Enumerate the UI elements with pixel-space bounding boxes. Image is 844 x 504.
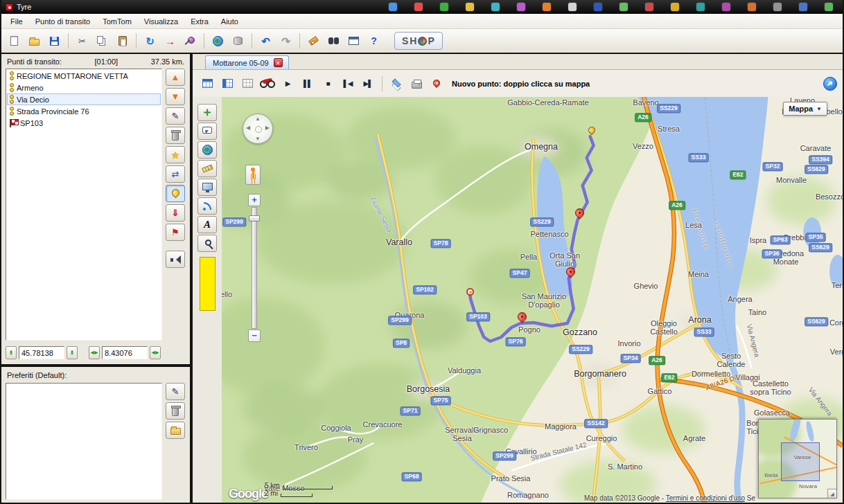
terms-link[interactable]: Termini e condizioni d'uso [666,494,745,502]
move-down-button[interactable]: ▼ [166,88,185,105]
tab-mottarone[interactable]: Mottarone 05-09 ✕ [205,55,289,69]
menu-extra[interactable]: Extra [184,15,215,28]
play-button[interactable]: ▶ [279,75,297,92]
edit-favorite-button[interactable]: ✎ [166,383,185,400]
end-flag-button[interactable]: ⚑ [166,224,185,241]
menu-aiuto[interactable]: Aiuto [215,15,245,28]
refresh-button[interactable]: ↻ [141,32,159,50]
map-canvas[interactable]: PiemonteLombardiaFiume SesiaVia AngeraSt… [222,97,843,504]
pan-down-icon[interactable]: ▼ [255,136,261,142]
signal-icon [203,201,212,210]
help-button[interactable]: ? [364,32,383,50]
copy-button[interactable] [93,32,112,50]
favorite-add-button[interactable]: ★ [166,146,185,163]
skip-forward-icon: ▶▌ [364,80,373,87]
lon-spin-right[interactable]: ◀▶ [150,346,161,359]
transit-item[interactable]: SP103 [7,117,161,129]
measure-button[interactable] [197,160,217,177]
undo-button[interactable]: ↶ [256,32,275,50]
transit-item[interactable]: Strada Provinciale 76 [7,105,161,117]
zoom-in-button[interactable]: + [248,194,261,206]
menu-visualizza[interactable]: Visualizza [138,15,184,28]
delete-favorite-button[interactable] [166,402,185,420]
tag-button[interactable] [304,32,323,50]
yellow-panel [200,257,216,311]
grid-view-button[interactable] [238,75,256,92]
main-toolbar: ✂ ↻ → ↶ ↷ ? SHP [1,29,843,54]
pan-control[interactable]: ▲ ▼ ◀ ▶ [243,114,273,144]
overview-map[interactable]: VareseBiellaNovara ◢ [758,419,837,498]
pin-button[interactable] [181,32,200,50]
taskbar-icon [722,3,730,11]
sync-view-button[interactable]: ➔ [823,77,837,91]
zoom-out-button[interactable]: − [248,330,261,342]
lat-spin-right[interactable]: ▲▼ [67,346,78,359]
save-button[interactable] [45,32,64,50]
speech-bubble-icon [202,127,212,134]
cut-button[interactable]: ✂ [73,32,91,50]
previous-button[interactable]: ▌◀ [339,75,357,92]
paste-button[interactable] [113,32,132,50]
open-favorites-button[interactable] [166,422,185,439]
gps-button[interactable] [197,197,217,215]
database-button[interactable] [229,32,247,50]
comment-button[interactable] [197,123,217,140]
tab-close-icon[interactable]: ✕ [274,58,283,67]
favorites-list[interactable] [6,383,162,500]
layers-button[interactable] [387,75,405,92]
labels-button[interactable]: A [197,216,217,233]
lat-spin-left[interactable]: ▲▼ [6,346,17,359]
transit-item-label: Armeno [17,84,44,92]
new-route-button[interactable] [5,32,24,50]
latitude-field[interactable] [19,346,64,359]
magnifier-button[interactable] [197,235,217,252]
longitude-field[interactable] [102,346,148,359]
pan-left-icon[interactable]: ◀ [246,125,250,131]
send-to-tomtom-button[interactable]: → [161,32,179,50]
globe-button[interactable] [197,141,217,159]
transit-item[interactable]: Armeno [7,82,161,93]
pause-button[interactable]: ▌▌ [299,75,317,92]
redo-button[interactable]: ↷ [276,32,295,50]
insert-waypoint-button[interactable]: ⇓ [166,204,185,222]
move-up-button[interactable]: ▲ [166,69,185,86]
motorcycle-button[interactable] [258,75,276,92]
delete-waypoint-button[interactable] [166,127,185,144]
stop-button[interactable]: ■ [319,75,337,92]
waypoint-marker-button[interactable] [166,185,185,202]
zoom-handle[interactable] [249,215,260,222]
window-layout-button[interactable] [344,32,363,50]
new-point-button[interactable] [428,75,446,92]
database-icon [234,37,243,45]
pan-right-icon[interactable]: ▶ [265,125,270,131]
taskbar-icon [825,3,833,11]
itinerary-button[interactable] [198,75,216,92]
taskbar-icon [696,3,705,11]
print-button[interactable] [407,75,425,92]
transit-item[interactable]: Via Decio [7,93,161,105]
web-button[interactable] [209,32,227,50]
zoom-slider[interactable] [252,207,257,329]
transit-item[interactable]: REGIONE MOTTARONE VETTA [7,70,161,82]
swap-button[interactable]: ⇄ [166,165,185,183]
roadbook-button[interactable] [218,75,236,92]
sound-button[interactable] [166,251,185,268]
shop-button[interactable]: SHP [394,32,443,50]
next-button[interactable]: ▶▌ [359,75,377,92]
minimap-toggle[interactable]: ◢ [827,489,836,498]
open-button[interactable] [25,32,44,50]
search-button[interactable] [324,32,343,50]
menu-punto-di-transito[interactable]: Punto di transito [29,15,97,28]
app-icon [6,3,13,11]
pegman-control[interactable] [245,165,261,185]
menu-tomtom[interactable]: TomTom [96,15,138,28]
lon-spin-left[interactable]: ◀▶ [89,346,100,359]
resize-button[interactable]: ✛ [197,104,217,121]
pan-up-icon[interactable]: ▲ [255,116,261,122]
screenshot-button[interactable] [197,179,217,196]
toolbar-separator [252,33,252,48]
map-type-button[interactable]: Mappa ▼ [783,102,827,116]
transit-list[interactable]: REGIONE MOTTARONE VETTAArmenoVia DecioSt… [6,69,162,341]
edit-waypoint-button[interactable]: ✎ [166,107,185,125]
menu-file[interactable]: File [4,15,29,28]
